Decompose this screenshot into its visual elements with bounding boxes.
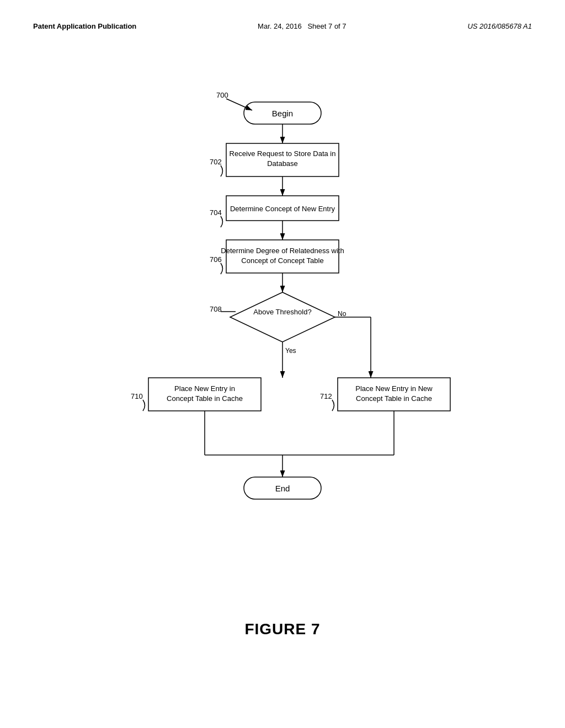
page: Patent Application Publication Mar. 24, …: [0, 0, 565, 728]
node-712-line2: Concept Table in Cache: [356, 394, 432, 403]
ref-700-label: 700: [216, 91, 228, 99]
header-right: US 2016/085678 A1: [467, 22, 532, 30]
ref-702-curve: [221, 165, 223, 176]
ref-712-curve: [332, 400, 334, 411]
ref-702-label: 702: [210, 158, 222, 166]
header-left: Patent Application Publication: [33, 22, 136, 30]
ref-704-label: 704: [210, 208, 222, 217]
flowchart-svg: 700 Begin 702 Receive Request to Store D…: [89, 58, 476, 609]
node-702-line1: Receive Request to Store Data in: [230, 149, 336, 158]
ref-710-label: 710: [131, 392, 143, 400]
yes-label: Yes: [285, 347, 296, 355]
diagram-area: 700 Begin 702 Receive Request to Store D…: [33, 58, 532, 609]
ref-706-curve: [221, 263, 223, 274]
page-header: Patent Application Publication Mar. 24, …: [33, 22, 532, 41]
ref-710-curve: [143, 400, 145, 411]
node-704-text: Determine Concept of New Entry: [230, 205, 335, 213]
ref-708-label: 708: [210, 305, 222, 313]
begin-label: Begin: [272, 109, 293, 118]
node-708-diamond: [230, 292, 335, 342]
header-center: Mar. 24, 2016 Sheet 7 of 7: [258, 22, 346, 30]
node-702-line2: Database: [267, 159, 298, 168]
node-710-line1: Place New Entry in: [174, 384, 235, 393]
node-706-line2: Concept of Concept Table: [241, 256, 323, 265]
figure-label: FIGURE 7: [33, 620, 532, 638]
no-label: No: [338, 310, 347, 318]
ref-706-label: 706: [210, 255, 222, 264]
node-708-line1: Above Threshold?: [253, 308, 311, 316]
node-706-line1: Determine Degree of Relatedness with: [221, 247, 344, 255]
node-712-line1: Place New Entry in New: [355, 384, 433, 393]
ref-712-label: 712: [320, 392, 332, 400]
end-label: End: [275, 484, 290, 493]
ref-704-curve: [221, 216, 223, 227]
node-710-line2: Concept Table in Cache: [167, 394, 243, 403]
